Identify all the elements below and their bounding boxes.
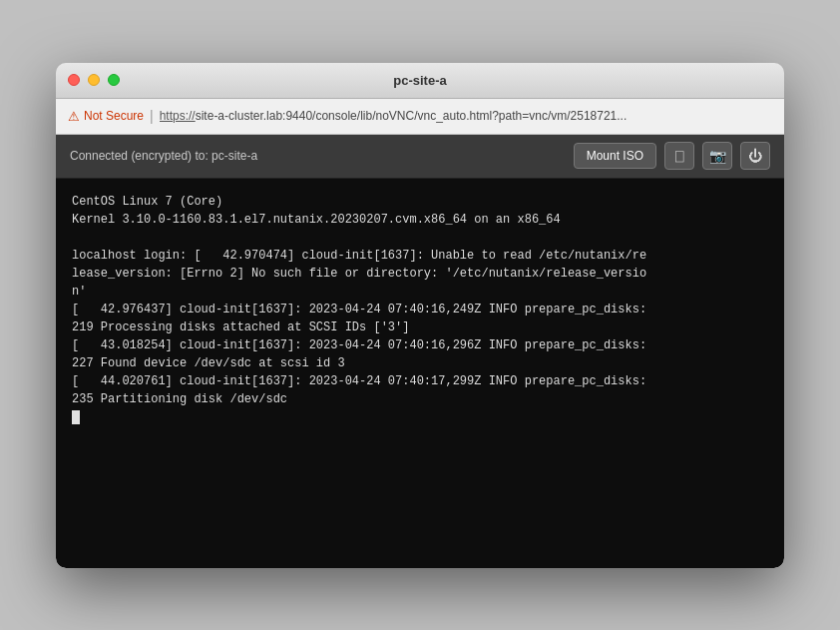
screenshot-button[interactable]: 📷 [702, 142, 732, 170]
security-badge: ⚠ Not Secure [68, 109, 144, 124]
title-bar: pc-site-a [56, 63, 784, 99]
url-https: https:// [160, 109, 196, 123]
keyboard-button[interactable]: ⎕ [664, 142, 694, 170]
maximize-button[interactable] [108, 74, 120, 86]
terminal-cursor [72, 410, 80, 424]
keyboard-icon: ⎕ [675, 148, 683, 164]
mount-iso-button[interactable]: Mount ISO [574, 143, 656, 169]
address-bar: ⚠ Not Secure | https://site-a-cluster.la… [56, 99, 784, 135]
address-separator: | [150, 108, 154, 124]
address-url[interactable]: https://site-a-cluster.lab:9440/console/… [160, 109, 628, 123]
not-secure-label: Not Secure [84, 109, 144, 123]
warning-icon: ⚠ [68, 109, 80, 124]
close-button[interactable] [68, 74, 80, 86]
minimize-button[interactable] [88, 74, 100, 86]
toolbar: Connected (encrypted) to: pc-site-a Moun… [56, 135, 784, 179]
url-rest: site-a-cluster.lab:9440/console/lib/noVN… [196, 109, 628, 123]
power-icon: ⏻ [748, 148, 762, 164]
connected-status: Connected (encrypted) to: pc-site-a [70, 149, 566, 163]
terminal-output[interactable]: CentOS Linux 7 (Core) Kernel 3.10.0-1160… [56, 179, 784, 568]
power-button[interactable]: ⏻ [740, 142, 770, 170]
window-title: pc-site-a [393, 73, 446, 88]
camera-icon: 📷 [709, 148, 726, 164]
browser-window: pc-site-a ⚠ Not Secure | https://site-a-… [56, 63, 784, 568]
traffic-lights [68, 74, 120, 86]
